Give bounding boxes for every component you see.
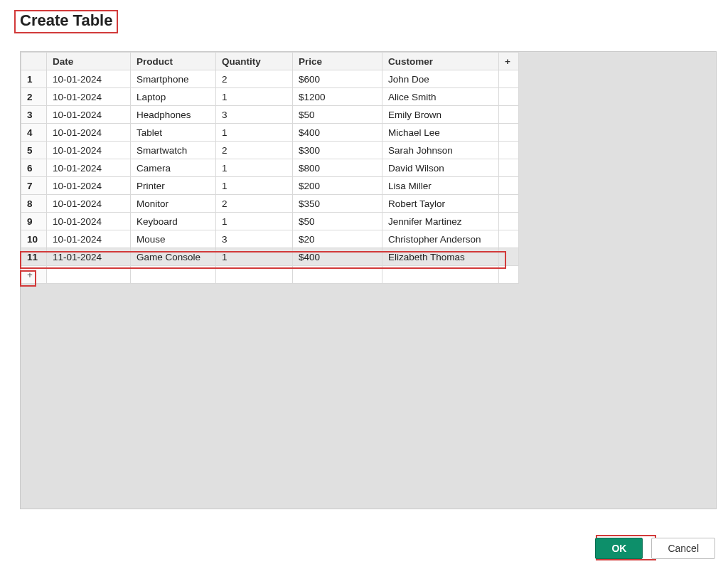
cell-product[interactable]: Smartphone: [131, 70, 216, 88]
cell-price[interactable]: $600: [293, 70, 382, 88]
cell-price[interactable]: $200: [293, 177, 382, 195]
row-trailing-cell: [499, 213, 519, 230]
cell-product[interactable]: Printer: [131, 177, 216, 195]
cell-price[interactable]: $400: [293, 248, 382, 266]
table-row[interactable]: 510-01-2024Smartwatch2$300Sarah Johnson: [21, 142, 519, 159]
table-row[interactable]: 610-01-2024Camera1$800David Wilson: [21, 159, 519, 177]
empty-cell[interactable]: [382, 266, 499, 284]
cell-price[interactable]: $50: [293, 213, 382, 230]
cell-quantity[interactable]: 3: [216, 106, 293, 124]
add-column-button[interactable]: +: [499, 53, 519, 70]
dialog-footer: OK Cancel: [595, 538, 715, 559]
header-customer[interactable]: Customer: [382, 53, 499, 70]
cell-product[interactable]: Game Console: [131, 248, 216, 266]
empty-cell[interactable]: [216, 266, 293, 284]
add-row-button[interactable]: +: [21, 266, 47, 284]
row-trailing-cell: [499, 142, 519, 159]
cell-quantity[interactable]: 1: [216, 124, 293, 142]
empty-cell[interactable]: [293, 266, 382, 284]
cell-quantity[interactable]: 1: [216, 88, 293, 106]
cell-price[interactable]: $350: [293, 195, 382, 213]
cell-customer[interactable]: Michael Lee: [382, 124, 499, 142]
cell-quantity[interactable]: 2: [216, 70, 293, 88]
table-row[interactable]: 810-01-2024Monitor2$350Robert Taylor: [21, 195, 519, 213]
cell-product[interactable]: Keyboard: [131, 213, 216, 230]
row-index[interactable]: 8: [21, 195, 47, 213]
row-index[interactable]: 4: [21, 124, 47, 142]
table-row[interactable]: 710-01-2024Printer1$200Lisa Miller: [21, 177, 519, 195]
cell-date[interactable]: 10-01-2024: [47, 195, 131, 213]
cell-product[interactable]: Monitor: [131, 195, 216, 213]
header-product[interactable]: Product: [131, 53, 216, 70]
header-quantity[interactable]: Quantity: [216, 53, 293, 70]
cell-date[interactable]: 10-01-2024: [47, 70, 131, 88]
cell-quantity[interactable]: 1: [216, 177, 293, 195]
cell-date[interactable]: 10-01-2024: [47, 124, 131, 142]
cell-product[interactable]: Headphones: [131, 106, 216, 124]
row-index[interactable]: 11: [21, 248, 47, 266]
cell-date[interactable]: 10-01-2024: [47, 88, 131, 106]
cell-price[interactable]: $50: [293, 106, 382, 124]
header-price[interactable]: Price: [293, 53, 382, 70]
table-row[interactable]: 210-01-2024Laptop1$1200Alice Smith: [21, 88, 519, 106]
table-row[interactable]: 410-01-2024Tablet1$400Michael Lee: [21, 124, 519, 142]
cell-customer[interactable]: Robert Taylor: [382, 195, 499, 213]
cell-product[interactable]: Smartwatch: [131, 142, 216, 159]
cell-price[interactable]: $400: [293, 124, 382, 142]
ok-button[interactable]: OK: [595, 538, 643, 559]
cell-customer[interactable]: Elizabeth Thomas: [382, 248, 499, 266]
cell-customer[interactable]: John Doe: [382, 70, 499, 88]
cell-quantity[interactable]: 3: [216, 230, 293, 248]
cell-customer[interactable]: Christopher Anderson: [382, 230, 499, 248]
row-trailing-cell: [499, 177, 519, 195]
cell-date[interactable]: 11-01-2024: [47, 248, 131, 266]
row-index[interactable]: 9: [21, 213, 47, 230]
table-row[interactable]: 1111-01-2024Game Console1$400Elizabeth T…: [21, 248, 519, 266]
cell-date[interactable]: 10-01-2024: [47, 230, 131, 248]
row-index[interactable]: 3: [21, 106, 47, 124]
header-row: Date Product Quantity Price Customer +: [21, 53, 519, 70]
cell-quantity[interactable]: 1: [216, 159, 293, 177]
row-trailing-cell: [499, 70, 519, 88]
cell-customer[interactable]: Sarah Johnson: [382, 142, 499, 159]
row-index[interactable]: 1: [21, 70, 47, 88]
cell-customer[interactable]: Jennifer Martinez: [382, 213, 499, 230]
cell-date[interactable]: 10-01-2024: [47, 177, 131, 195]
cell-date[interactable]: 10-01-2024: [47, 106, 131, 124]
row-index[interactable]: 6: [21, 159, 47, 177]
table-row[interactable]: 910-01-2024Keyboard1$50Jennifer Martinez: [21, 213, 519, 230]
cell-quantity[interactable]: 2: [216, 142, 293, 159]
cancel-button[interactable]: Cancel: [651, 538, 715, 559]
table-row[interactable]: 310-01-2024Headphones3$50Emily Brown: [21, 106, 519, 124]
cell-product[interactable]: Tablet: [131, 124, 216, 142]
cell-customer[interactable]: David Wilson: [382, 159, 499, 177]
add-row[interactable]: +: [21, 266, 519, 284]
cell-product[interactable]: Camera: [131, 159, 216, 177]
table-row[interactable]: 1010-01-2024Mouse3$20Christopher Anderso…: [21, 230, 519, 248]
row-trailing-cell: [499, 88, 519, 106]
cell-price[interactable]: $20: [293, 230, 382, 248]
cell-price[interactable]: $800: [293, 159, 382, 177]
cell-price[interactable]: $300: [293, 142, 382, 159]
row-index[interactable]: 7: [21, 177, 47, 195]
cell-customer[interactable]: Lisa Miller: [382, 177, 499, 195]
row-index[interactable]: 10: [21, 230, 47, 248]
cell-customer[interactable]: Emily Brown: [382, 106, 499, 124]
row-index[interactable]: 2: [21, 88, 47, 106]
table-row[interactable]: 110-01-2024Smartphone2$600John Doe: [21, 70, 519, 88]
cell-date[interactable]: 10-01-2024: [47, 159, 131, 177]
cell-date[interactable]: 10-01-2024: [47, 142, 131, 159]
cell-product[interactable]: Laptop: [131, 88, 216, 106]
empty-cell[interactable]: [47, 266, 131, 284]
empty-cell[interactable]: [499, 266, 519, 284]
cell-quantity[interactable]: 1: [216, 248, 293, 266]
cell-date[interactable]: 10-01-2024: [47, 213, 131, 230]
cell-customer[interactable]: Alice Smith: [382, 88, 499, 106]
header-date[interactable]: Date: [47, 53, 131, 70]
cell-product[interactable]: Mouse: [131, 230, 216, 248]
empty-cell[interactable]: [131, 266, 216, 284]
cell-quantity[interactable]: 1: [216, 213, 293, 230]
cell-price[interactable]: $1200: [293, 88, 382, 106]
row-index[interactable]: 5: [21, 142, 47, 159]
cell-quantity[interactable]: 2: [216, 195, 293, 213]
